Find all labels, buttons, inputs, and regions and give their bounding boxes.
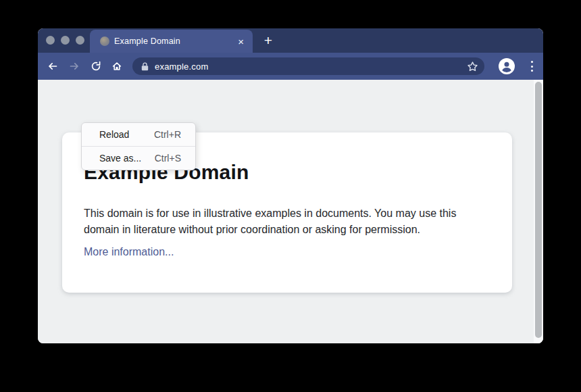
tab-title: Example Domain [114, 36, 180, 46]
kebab-menu-icon[interactable] [526, 61, 537, 72]
menu-item-label: Save as... [99, 153, 141, 164]
menu-item-shortcut: Ctrl+R [154, 129, 181, 140]
profile-avatar-button[interactable] [499, 58, 515, 74]
reload-icon[interactable] [91, 61, 101, 72]
menu-item-label: Reload [99, 129, 129, 140]
context-menu-item-save-as[interactable]: Save as... Ctrl+S [82, 146, 195, 170]
page-paragraph: This domain is for use in illustrative e… [84, 205, 479, 238]
url-text: example.com [155, 62, 209, 72]
tab-example-domain[interactable]: Example Domain × [90, 30, 253, 53]
window-minimize-button[interactable] [61, 36, 70, 45]
bookmark-star-icon[interactable] [467, 61, 478, 72]
new-tab-button[interactable]: + [259, 32, 277, 49]
more-information-link[interactable]: More information... [84, 246, 174, 258]
lock-icon[interactable] [141, 62, 149, 71]
browser-toolbar: example.com [38, 53, 543, 80]
address-bar[interactable]: example.com [132, 57, 484, 75]
vertical-scrollbar-thumb[interactable] [535, 82, 542, 338]
vertical-scrollbar-track[interactable] [534, 80, 543, 343]
context-menu-item-reload[interactable]: Reload Ctrl+R [82, 123, 195, 146]
tab-close-icon[interactable]: × [238, 36, 244, 47]
title-bar[interactable]: Example Domain × + [38, 28, 543, 53]
window-maximize-button[interactable] [76, 36, 84, 45]
home-icon[interactable] [111, 61, 122, 72]
menu-item-shortcut: Ctrl+S [155, 153, 181, 164]
globe-favicon-icon [100, 36, 109, 46]
forward-icon[interactable] [69, 61, 80, 72]
context-menu: Reload Ctrl+R Save as... Ctrl+S [81, 122, 196, 170]
back-icon[interactable] [47, 61, 58, 72]
window-close-button[interactable] [46, 36, 55, 45]
browser-window: Example Domain × + example.com [38, 28, 543, 343]
page-viewport: Example Domain This domain is for use in… [38, 80, 543, 343]
